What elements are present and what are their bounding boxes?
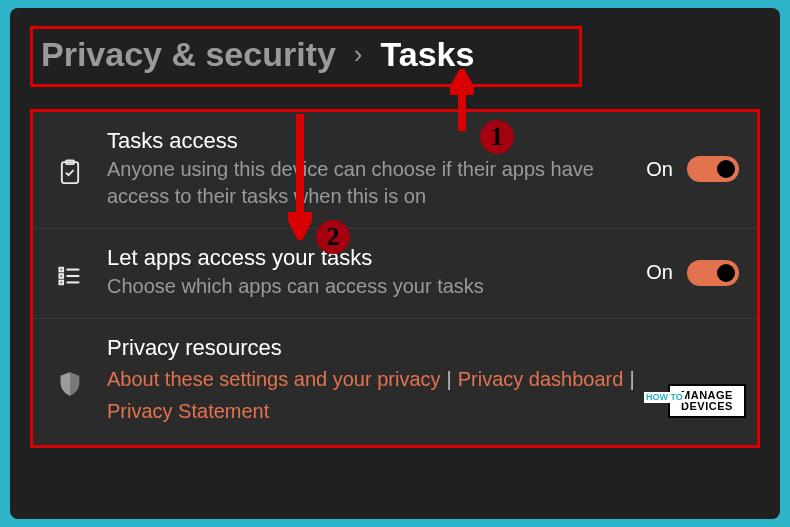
toggle-state-label: On bbox=[646, 158, 673, 181]
row-subtitle: Choose which apps can access your tasks bbox=[107, 273, 628, 300]
let-apps-toggle[interactable] bbox=[687, 260, 739, 286]
clipboard-check-icon bbox=[51, 152, 89, 186]
row-body: Privacy resources About these settings a… bbox=[107, 335, 739, 427]
row-title: Privacy resources bbox=[107, 335, 739, 361]
separator: | bbox=[441, 368, 458, 390]
row-body: Tasks access Anyone using this device ca… bbox=[107, 128, 628, 210]
svg-rect-6 bbox=[60, 280, 64, 284]
chevron-right-icon: › bbox=[354, 39, 363, 70]
svg-rect-4 bbox=[60, 274, 64, 278]
settings-panel: Tasks access Anyone using this device ca… bbox=[30, 109, 760, 448]
breadcrumb: Privacy & security › Tasks bbox=[30, 26, 582, 87]
row-body: Let apps access your tasks Choose which … bbox=[107, 245, 628, 300]
row-let-apps-access[interactable]: Let apps access your tasks Choose which … bbox=[33, 229, 757, 319]
link-about-settings[interactable]: About these settings and your privacy bbox=[107, 368, 441, 390]
row-tail: On bbox=[646, 156, 739, 182]
toggle-state-label: On bbox=[646, 261, 673, 284]
row-privacy-resources: Privacy resources About these settings a… bbox=[33, 319, 757, 445]
link-privacy-statement[interactable]: Privacy Statement bbox=[107, 400, 269, 422]
row-title: Let apps access your tasks bbox=[107, 245, 628, 271]
settings-page: Privacy & security › Tasks Tasks access … bbox=[10, 8, 780, 519]
resource-links: About these settings and your privacy|Pr… bbox=[107, 363, 739, 427]
breadcrumb-current: Tasks bbox=[381, 35, 475, 74]
shield-icon bbox=[51, 364, 89, 398]
row-tail: On bbox=[646, 260, 739, 286]
tasks-access-toggle[interactable] bbox=[687, 156, 739, 182]
breadcrumb-parent[interactable]: Privacy & security bbox=[41, 35, 336, 74]
list-icon bbox=[51, 256, 89, 290]
svg-rect-2 bbox=[60, 267, 64, 271]
row-subtitle: Anyone using this device can choose if t… bbox=[107, 156, 628, 210]
row-tasks-access[interactable]: Tasks access Anyone using this device ca… bbox=[33, 112, 757, 229]
separator: | bbox=[623, 368, 640, 390]
row-title: Tasks access bbox=[107, 128, 628, 154]
link-privacy-dashboard[interactable]: Privacy dashboard bbox=[458, 368, 624, 390]
